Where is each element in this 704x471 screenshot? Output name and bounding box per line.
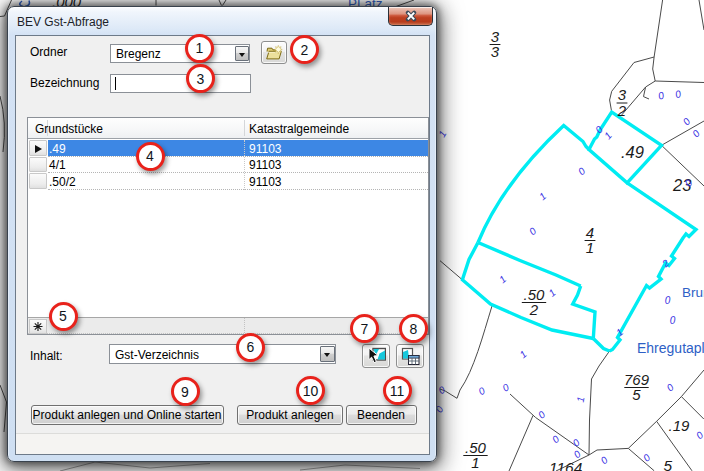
cell-katastralgemeinde[interactable]: 91103 — [249, 142, 281, 156]
callout-2: 2 — [290, 35, 319, 64]
svg-text:1: 1 — [586, 239, 594, 256]
callout-8: 8 — [399, 314, 428, 343]
browse-folder-button[interactable] — [261, 41, 287, 64]
svg-text:.49: .49 — [621, 143, 644, 161]
bezeichnung-input[interactable] — [110, 74, 251, 93]
inhalt-label: Inhalt: — [30, 349, 63, 363]
svg-text:Brunnen: Brunnen — [682, 285, 704, 300]
beenden-button[interactable]: Beenden — [346, 405, 417, 425]
inhalt-combobox-value: Gst-Verzeichnis — [115, 348, 199, 362]
svg-text:0: 0 — [670, 315, 676, 326]
callout-6: 6 — [236, 333, 265, 362]
column-separator — [244, 318, 245, 333]
cell-katastralgemeinde[interactable]: 91103 — [249, 158, 281, 172]
produkt-anlegen-online-button[interactable]: Produkt anlegen und Online starten — [31, 405, 224, 425]
column-separator — [244, 140, 245, 190]
svg-text:0: 0 — [665, 295, 671, 306]
inhalt-combobox[interactable]: Gst-Verzeichnis — [109, 344, 336, 364]
svg-text:1: 1 — [471, 454, 479, 471]
column-header-katastralgemeinde[interactable]: Katastralgemeinde — [249, 122, 349, 136]
callout-9: 9 — [171, 377, 200, 406]
select-parcel-on-map-button[interactable] — [362, 344, 390, 368]
svg-text:2: 2 — [529, 301, 539, 318]
new-row-asterisk-icon — [30, 320, 46, 333]
screenshot-stage: .000PLatz.4923BrunnenEhregutaplatz.19116… — [0, 0, 704, 471]
bezeichnung-label: Bezeichnung — [30, 76, 99, 90]
ordner-combobox-dropdown-icon[interactable] — [235, 46, 249, 61]
produkt-anlegen-button[interactable]: Produkt anlegen — [237, 405, 343, 425]
dialog-footer-strip — [16, 433, 429, 454]
svg-text:2: 2 — [617, 102, 627, 119]
callout-3: 3 — [186, 64, 215, 93]
row-header[interactable] — [29, 140, 47, 156]
parcel-to-table-icon — [400, 347, 420, 366]
cell-grundstueck[interactable]: .50/2 — [49, 175, 76, 189]
row-header[interactable] — [29, 173, 47, 189]
select-parcel-on-map-icon — [366, 347, 386, 365]
svg-text:5: 5 — [632, 386, 641, 403]
table-row[interactable]: .50/291103 — [28, 173, 428, 190]
row-separator — [48, 189, 428, 190]
folder-open-icon — [265, 45, 283, 61]
column-header-grundstuecke[interactable]: Grundstücke — [35, 122, 103, 136]
selection-band — [48, 140, 428, 156]
svg-text:769: 769 — [624, 371, 650, 388]
svg-text:1164: 1164 — [549, 459, 583, 471]
table-row[interactable]: 4/191103 — [28, 157, 428, 174]
svg-text:Ehregutaplatz: Ehregutaplatz — [637, 340, 704, 356]
callout-11: 11 — [383, 376, 412, 405]
new-row-marker — [29, 319, 47, 334]
callout-10: 10 — [296, 376, 325, 405]
inhalt-combobox-dropdown-icon[interactable] — [320, 346, 335, 362]
callout-5: 5 — [49, 302, 78, 331]
svg-text:.50: .50 — [465, 439, 487, 456]
parcel-table-header: Grundstücke Katastralgemeinde — [28, 118, 428, 139]
svg-text:3: 3 — [491, 43, 500, 60]
close-icon — [389, 7, 432, 25]
svg-text:5: 5 — [664, 457, 673, 471]
cell-katastralgemeinde[interactable]: 91103 — [249, 175, 281, 189]
parcel-table[interactable]: Grundstücke Katastralgemeinde .49911034/… — [27, 117, 429, 335]
svg-text:3: 3 — [491, 28, 500, 45]
close-window-button[interactable] — [388, 7, 433, 26]
svg-text:4: 4 — [586, 224, 594, 241]
ordner-combobox-value: Bregenz — [116, 47, 161, 61]
cell-grundstueck[interactable]: 4/1 — [49, 158, 66, 172]
header-separator — [244, 120, 245, 136]
window-title: BEV Gst-Abfrage — [17, 15, 109, 29]
table-row[interactable]: .4991103 — [28, 140, 428, 157]
callout-4: 4 — [136, 142, 165, 171]
callout-1: 1 — [185, 34, 214, 63]
text-caret — [115, 77, 116, 90]
parcel-to-table-button[interactable] — [396, 344, 424, 368]
svg-text:.50: .50 — [524, 286, 546, 303]
svg-text:.19: .19 — [669, 417, 691, 434]
ordner-label: Ordner — [30, 45, 67, 59]
current-row-arrow-icon — [35, 145, 42, 153]
row-header[interactable] — [29, 157, 47, 173]
callout-7: 7 — [350, 314, 379, 343]
svg-text:3: 3 — [618, 86, 627, 103]
cell-grundstueck[interactable]: .49 — [49, 142, 66, 156]
ordner-combobox[interactable]: Bregenz — [110, 44, 250, 63]
